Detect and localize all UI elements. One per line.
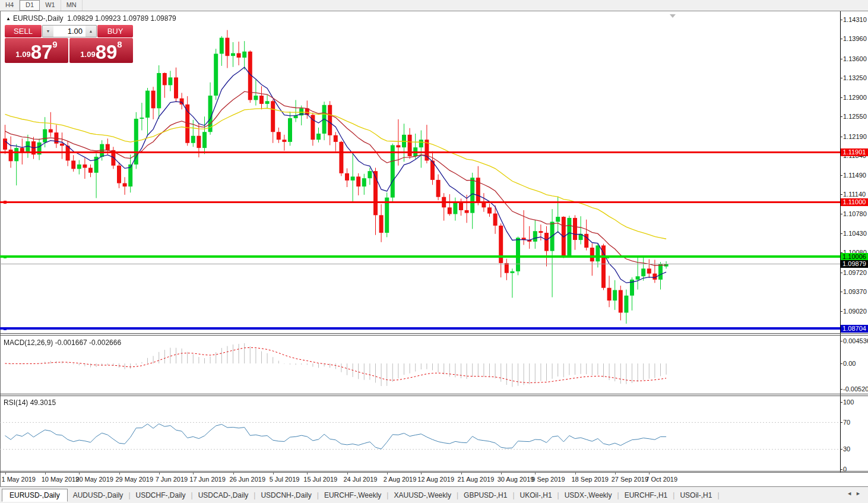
tab-usdx-weekly[interactable]: USDX-,Weekly [559,489,617,501]
rsi-axis-tick-label: 100 [843,398,868,406]
tab-usdcnh-daily[interactable]: USDCNH-,Daily [255,489,316,501]
price-axis-tick [840,273,842,273]
rsi-canvas[interactable] [0,396,840,471]
date-axis-label: 5 Jul 2019 [270,476,300,483]
price-axis-tick-label: 1.14310 [843,16,868,23]
date-axis-label: 26 Jun 2019 [230,476,266,483]
level-drag-handle[interactable] [606,255,609,258]
tab-eurchf-weekly[interactable]: EURCHF-,Weekly [319,489,387,501]
horizontal-level-line[interactable] [0,151,840,153]
chart-window-header: ▲EURUSD-,Daily 1.09829 1.09923 1.09789 1… [6,14,176,23]
horizontal-level-line[interactable] [0,255,840,258]
chart-shift-marker-icon[interactable] [670,14,676,18]
tab-scroll-left-icon[interactable]: ◄ [847,491,856,496]
macd-axis-tick-label: -0.005205 [843,385,868,393]
macd-indicator-label: MACD(12,26,9) -0.001667 -0.002666 [4,339,121,347]
price-axis-tick [840,194,842,195]
buy-price-button[interactable]: 1.09898 [69,38,133,63]
tab-scroll-right-icon[interactable]: ► [856,491,864,496]
tab-audusd-daily[interactable]: AUDUSD-,Daily [68,489,129,501]
price-axis-tick-label: 1.10780 [843,210,868,217]
horizontal-level-line[interactable] [0,327,840,330]
level-drag-handle[interactable] [4,327,7,330]
date-axis-tick [575,473,576,474]
timeframe-w1-button[interactable]: W1 [40,0,61,11]
sell-price-prefix: 1.09 [15,50,30,59]
date-axis-label: 29 May 2019 [116,476,154,483]
price-axis-tick [840,59,842,59]
volume-increase-icon[interactable]: ▲ [85,26,96,37]
date-axis-tick [535,473,536,474]
window-collapse-icon[interactable]: ▲ [6,16,11,21]
level-drag-handle[interactable] [4,255,7,258]
macd-axis-tick-label: 0.00 [843,360,868,367]
date-axis-tick [79,473,80,474]
buy-button[interactable]: BUY [97,25,133,37]
date-axis-tick [461,473,462,474]
date-axis-tick [649,473,650,474]
rsi-axis-tick-label: 30 [843,445,868,453]
price-axis-tick [840,233,842,234]
tab-eurusd-daily[interactable]: EURUSD-,Daily [2,489,68,502]
tab-usdcad-daily[interactable]: USDCAD-,Daily [193,489,254,501]
price-axis-tick-label: 1.12900 [843,94,868,101]
rsi-axis-tick [840,422,842,423]
price-axis-tick [840,20,842,20]
date-axis-tick [387,473,388,474]
price-axis-tick [840,78,842,78]
rsi-axis-tick-label: 70 [843,419,868,426]
rsi-indicator-label: RSI(14) 49.3015 [4,398,56,407]
date-axis-label: 27 Sep 2019 [612,476,648,483]
tab-ukoil-h1[interactable]: UKOil-,H1 [515,489,557,501]
buy-price-sup: 8 [117,39,122,49]
horizontal-level-line[interactable] [0,201,840,203]
date-axis-tick [421,473,422,474]
price-axis-tick [840,39,842,39]
date-axis-tick [273,473,274,474]
tab-xauusd-weekly[interactable]: XAUUSD-,Weekly [388,489,456,501]
date-axis-label: 9 Sep 2019 [531,476,565,483]
sell-price-big: 87 [31,43,53,61]
level-price-label: 1.11000 [841,198,868,206]
price-axis-tick-label: 1.11490 [843,172,868,179]
price-axis-tick-label: 1.13250 [843,74,868,81]
price-axis-tick-label: 1.09020 [843,308,868,315]
timeframe-d1-button[interactable]: D1 [20,0,40,11]
one-click-trading-panel: SELL ▼ ▲ BUY 1.09879 1.09898 [5,25,133,63]
timeframe-mn-button[interactable]: MN [61,0,83,11]
rsi-axis-tick-label: 0 [843,466,868,473]
macd-canvas[interactable] [0,336,840,393]
level-price-label: 1.11901 [841,148,868,156]
price-axis-tick-label: 1.09370 [843,288,868,295]
price-axis-tick-label: 1.10430 [843,230,868,237]
date-axis-tick [501,473,502,474]
sell-button[interactable]: SELL [5,25,42,37]
tab-usoil-h1[interactable]: USOil-,H1 [674,489,717,501]
volume-decrease-icon[interactable]: ▼ [43,26,53,37]
date-axis-tick [159,473,160,474]
date-axis-label: 18 Sep 2019 [572,476,609,483]
date-axis-label: 2 Aug 2019 [384,476,417,483]
price-axis-tick [840,97,842,98]
price-axis-tick-label: 1.13600 [843,55,868,62]
chart-symbol-title: EURUSD-,Daily [13,14,64,23]
tab-usdchf-daily[interactable]: USDCHF-,Daily [131,489,191,501]
date-axis-tick [45,473,46,474]
timeframe-h4-button[interactable]: H4 [0,0,20,11]
tab-eurchf-h1[interactable]: EURCHF-,H1 [619,489,673,501]
volume-input[interactable] [53,26,85,37]
level-price-label: 1.08704 [841,325,868,333]
sell-price-button[interactable]: 1.09879 [5,38,68,63]
date-axis-tick [5,473,6,474]
price-axis-tick [840,137,842,137]
rsi-axis-tick [840,449,842,450]
tab-gbpusd-h1[interactable]: GBPUSD-,H1 [458,489,512,501]
date-axis-label: 17 Jun 2019 [189,476,226,483]
macd-axis-tick-label: 0.004536 [843,337,868,344]
sell-price-sup: 9 [52,39,57,49]
timeframe-toolbar: H4 D1 W1 MN [0,0,868,11]
price-axis-tick [840,292,842,292]
date-axis-tick [347,473,348,474]
date-axis-label: 20 May 2019 [75,476,113,483]
level-drag-handle[interactable] [4,201,7,204]
